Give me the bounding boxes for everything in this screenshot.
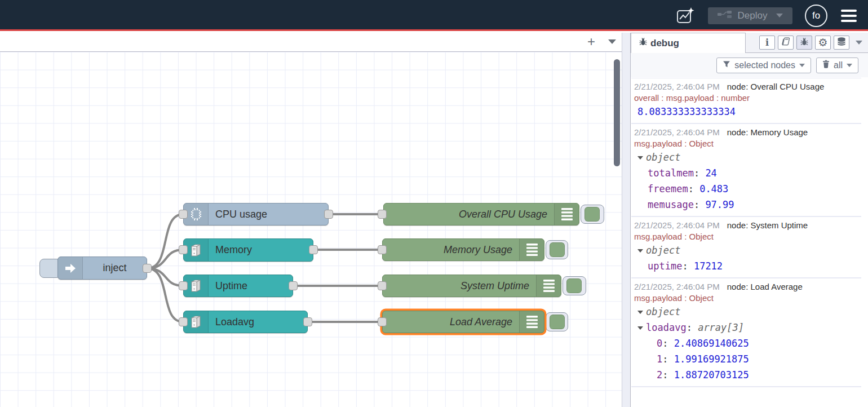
node-label: Load Average	[383, 311, 519, 333]
node-uptime[interactable]: Uptime	[183, 275, 293, 297]
debug-timestamp: 2/21/2025, 2:46:04 PM	[634, 82, 720, 91]
tab-help-button[interactable]	[778, 36, 794, 50]
debug-toggle-button[interactable]	[546, 312, 568, 331]
node-label: Memory Usage	[383, 239, 519, 260]
collapse-caret-icon[interactable]	[637, 156, 643, 160]
book-icon	[781, 37, 791, 48]
debug-payload-row: 8.083333333333334	[634, 104, 859, 120]
tab-config-button[interactable]: ⚙	[815, 36, 831, 50]
flow-list-caret-icon[interactable]	[608, 39, 616, 44]
debug-payload-row: memusage: 97.99	[634, 197, 859, 213]
canvas-vertical-scrollbar[interactable]	[614, 59, 620, 166]
inject-arrow-icon	[58, 257, 83, 279]
filter-caret-icon	[799, 64, 805, 67]
debug-property-path: msg.payload : Object	[634, 138, 859, 149]
payload-value: 1.99169921875	[674, 353, 749, 365]
panel-splitter[interactable]	[622, 33, 630, 407]
debug-node-name: node: Memory Usage	[727, 127, 808, 137]
node-debug-loadavg[interactable]: Load Average	[382, 311, 544, 333]
port[interactable]	[324, 210, 333, 219]
tab-debug-label: debug	[650, 38, 679, 49]
debug-payload-row[interactable]: object	[634, 149, 859, 165]
debug-toggle-button[interactable]	[546, 240, 568, 259]
payload-key: memusage	[648, 199, 694, 210]
collapse-caret-icon[interactable]	[637, 311, 643, 314]
debug-clear-label: all	[834, 60, 843, 70]
deploy-flow-icon	[718, 10, 732, 21]
payload-value: 17212	[694, 260, 723, 272]
flow-canvas[interactable]: inject CPU usage	[0, 52, 622, 407]
node-label: Uptime	[209, 275, 293, 297]
debug-clear-button[interactable]: all	[816, 57, 858, 73]
debug-payload-row[interactable]: loadavg: array[3]	[634, 320, 859, 335]
user-avatar[interactable]: fo	[805, 5, 827, 27]
deploy-button[interactable]: Deploy	[708, 7, 792, 24]
payload-key: freemem	[648, 183, 688, 194]
payload-key: loadavg	[646, 322, 687, 333]
flow-workspace: + i	[0, 33, 622, 407]
payload-value: 8.083333333333334	[637, 106, 736, 117]
port[interactable]	[309, 245, 318, 254]
debug-console-icon	[519, 239, 544, 260]
debug-toggle-button[interactable]	[563, 276, 586, 295]
gear-icon: ⚙	[818, 37, 827, 48]
node-debug-overall-cpu[interactable]: Overall CPU Usage	[383, 203, 579, 225]
wire[interactable]	[147, 250, 183, 268]
debug-message[interactable]: 2/21/2025, 2:46:04 PMnode: Load Averagem…	[631, 278, 861, 387]
node-memory[interactable]: Memory	[183, 238, 313, 262]
tab-debug-button[interactable]	[796, 36, 812, 50]
port[interactable]	[179, 210, 188, 219]
tab-debug[interactable]: debug	[631, 33, 746, 53]
node-debug-uptime[interactable]: System Uptime	[382, 275, 561, 297]
payload-key: 1	[657, 353, 662, 365]
debug-console-icon	[536, 275, 561, 297]
debug-filter-button[interactable]: selected nodes	[716, 57, 811, 73]
payload-key: totalmem	[648, 167, 694, 179]
header-bar: Deploy fo	[0, 0, 868, 31]
flow-tab-bar: +	[0, 33, 622, 52]
payload-value: 24	[705, 167, 716, 179]
payload-key: 2	[657, 369, 662, 381]
port[interactable]	[179, 317, 188, 326]
collapse-caret-icon[interactable]	[637, 326, 643, 330]
node-inject[interactable]: inject	[57, 256, 147, 280]
main-menu-button[interactable]	[840, 7, 858, 24]
collapse-caret-icon[interactable]	[637, 249, 643, 253]
port[interactable]	[289, 281, 298, 290]
sidebar-tabs-row: debug i	[631, 33, 868, 53]
debug-toggle-button[interactable]	[581, 205, 604, 224]
add-flow-button[interactable]: +	[583, 34, 599, 49]
payload-type: object	[646, 152, 680, 163]
port[interactable]	[378, 245, 387, 254]
tab-info-button[interactable]: i	[759, 36, 775, 50]
debug-messages[interactable]: 2/21/2025, 2:46:04 PMnode: Overall CPU U…	[631, 78, 861, 407]
port[interactable]	[378, 210, 387, 219]
node-cpu-usage[interactable]: CPU usage	[183, 203, 329, 225]
debug-toolbar: selected nodes all	[631, 53, 868, 77]
debug-payload-row: 0: 2.40869140625	[634, 335, 859, 351]
deploy-options-caret-icon[interactable]	[776, 14, 783, 17]
debug-payload-row[interactable]: object	[634, 242, 859, 258]
node-debug-memory[interactable]: Memory Usage	[382, 238, 544, 261]
debug-node-name: node: System Uptime	[727, 220, 808, 230]
debug-message[interactable]: 2/21/2025, 2:46:04 PMnode: Overall CPU U…	[631, 78, 861, 124]
tab-context-button[interactable]	[834, 36, 849, 50]
port[interactable]	[303, 317, 312, 326]
database-icon	[836, 37, 847, 48]
port[interactable]	[179, 245, 188, 254]
sidebar-more-tabs-caret-icon[interactable]	[856, 41, 862, 45]
port[interactable]	[179, 281, 188, 290]
avatar-initials: fo	[812, 10, 820, 21]
debug-property-path: overall : msg.payload : number	[634, 92, 859, 104]
payload-type: object	[646, 306, 680, 317]
port[interactable]	[143, 264, 152, 273]
port[interactable]	[378, 281, 387, 290]
debug-message[interactable]: 2/21/2025, 2:46:04 PMnode: Memory Usagem…	[631, 124, 861, 217]
payload-type: array[3]	[698, 322, 744, 333]
port[interactable]	[378, 317, 387, 326]
debug-payload-row[interactable]: object	[634, 304, 859, 320]
node-loadavg[interactable]: Loadavg	[183, 311, 308, 333]
wire[interactable]	[147, 268, 183, 286]
assistant-chart-sparkle-icon[interactable]	[675, 6, 696, 26]
debug-message[interactable]: 2/21/2025, 2:46:04 PMnode: System Uptime…	[631, 217, 861, 278]
